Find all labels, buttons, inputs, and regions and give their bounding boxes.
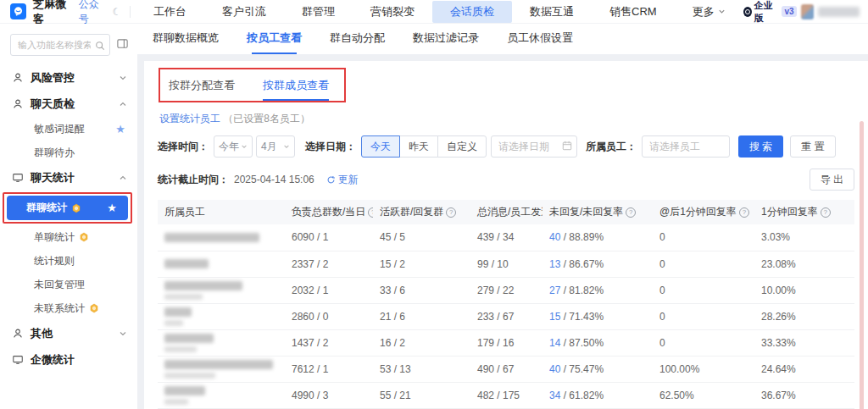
sidebar-group-wecom-stats[interactable]: 企微统计: [0, 346, 137, 373]
total-groups-cell[interactable]: 6090 / 1: [285, 224, 373, 251]
at-reply-rate-cell[interactable]: 100.00%: [653, 356, 754, 382]
total-groups-cell[interactable]: 2337 / 2: [285, 251, 373, 277]
table-row: 7612 / 1 53 / 13 490 / 67 40 / 75.47% 10…: [158, 356, 854, 382]
unreplied-count[interactable]: 40: [549, 231, 560, 243]
nav-item-acquisition[interactable]: 客户引流: [204, 1, 284, 23]
sidebar-group-chat-qc[interactable]: 聊天质检: [0, 91, 137, 117]
tab-filter-log[interactable]: 数据过滤记录: [413, 30, 479, 54]
sidebar-item-unreplied-mgmt[interactable]: 未回复管理: [0, 273, 137, 296]
header-active-groups: 活跃群/回复群?: [373, 200, 470, 224]
active-groups-cell[interactable]: 53 / 13: [373, 356, 470, 382]
date-custom-button[interactable]: 自定义: [437, 135, 487, 158]
nav-item-marketing[interactable]: 营销裂变: [353, 1, 432, 23]
active-groups-cell[interactable]: 55 / 21: [373, 382, 470, 408]
unreplied-count[interactable]: 15: [549, 311, 560, 323]
reset-button[interactable]: 重 置: [790, 135, 835, 158]
at-reply-rate-cell[interactable]: 0: [653, 303, 754, 329]
total-groups-cell[interactable]: 4990 / 3: [285, 382, 373, 408]
sidebar-item-group-todo[interactable]: 群聊待办: [0, 141, 137, 164]
avatar[interactable]: [801, 4, 814, 19]
date-yesterday-button[interactable]: 昨天: [399, 135, 438, 158]
info-icon[interactable]: ?: [368, 207, 373, 218]
sidebar-item-single-stats[interactable]: 单聊统计: [0, 225, 137, 249]
header-at-reply-rate: @后1分钟回复率?: [653, 200, 754, 224]
info-icon[interactable]: ?: [821, 207, 831, 218]
filter-row: 选择时间： 今年 4月 选择日期： 今天 昨天 自定义: [158, 135, 854, 158]
channel-tag[interactable]: 公众号: [79, 0, 106, 26]
export-button[interactable]: 导 出: [810, 169, 854, 191]
subtab-by-group[interactable]: 按群分配查看: [169, 78, 235, 101]
tab-vacation[interactable]: 员工休假设置: [507, 30, 573, 54]
active-groups-cell[interactable]: 16 / 2: [373, 329, 470, 356]
total-groups-cell[interactable]: 1437 / 2: [285, 329, 373, 356]
info-icon[interactable]: ?: [446, 207, 456, 218]
sidebar-item-group-stats[interactable]: 群聊统计 ★: [7, 196, 128, 220]
search-icon[interactable]: [95, 39, 105, 54]
body-row: 风险管控 聊天质检 敏感词提醒 ★ 群聊待办 聊天统计: [0, 24, 868, 409]
at-reply-rate-cell[interactable]: 0: [653, 224, 754, 251]
info-icon[interactable]: ?: [739, 207, 749, 218]
at-reply-rate-cell[interactable]: 0: [653, 251, 754, 277]
scrollbar-thumb[interactable]: [860, 121, 864, 409]
sidebar-item-label: 群聊待办: [34, 146, 75, 160]
sidebar-item-label: 群聊统计: [26, 201, 67, 215]
total-groups-cell[interactable]: 2860 / 0: [285, 303, 373, 329]
calendar-icon[interactable]: [562, 141, 572, 153]
favorite-star-icon[interactable]: ★: [107, 202, 117, 214]
sidebar-item-stats-rules[interactable]: 统计规则: [0, 249, 137, 273]
sidebar-group-label: 其他: [31, 326, 53, 341]
panel-toggle-icon[interactable]: [116, 37, 129, 53]
sidebar-group-risk[interactable]: 风险管控: [0, 64, 137, 91]
sidebar-item-uncontacted-stats[interactable]: 未联系统计: [0, 296, 137, 320]
total-groups-cell[interactable]: 2032 / 1: [285, 277, 373, 303]
sidebar-item-sensitive-words[interactable]: 敏感词提醒 ★: [0, 117, 137, 141]
tab-overview[interactable]: 群聊数据概览: [153, 30, 219, 54]
user-icon: [12, 98, 24, 110]
main-nav: 工作台 客户引流 群管理 营销裂变 会话质检 数据互通 销售CRM 更多: [136, 1, 743, 23]
nav-item-workbench[interactable]: 工作台: [136, 1, 204, 23]
year-select[interactable]: 今年: [214, 135, 253, 158]
main-area: 群聊数据概览 按员工查看 群自动分配 数据过滤记录 员工休假设置 按群分配查看 …: [137, 24, 868, 409]
dark-mode-icon[interactable]: ☾: [112, 6, 121, 18]
favorite-star-icon[interactable]: ★: [115, 123, 125, 135]
total-groups-cell[interactable]: 7612 / 1: [285, 356, 373, 382]
refresh-link[interactable]: 更新: [326, 173, 359, 187]
edition-icon: [743, 7, 752, 17]
tab-by-staff[interactable]: 按员工查看: [247, 30, 302, 54]
at-reply-rate-cell[interactable]: 0: [653, 329, 754, 356]
messages-cell: 233 / 67: [470, 303, 542, 329]
nav-item-more[interactable]: 更多: [675, 1, 743, 23]
info-icon[interactable]: ?: [626, 207, 636, 218]
unreplied-count[interactable]: 40: [549, 363, 560, 375]
month-select[interactable]: 4月: [256, 135, 295, 158]
nav-item-session-qc[interactable]: 会话质检: [432, 1, 512, 23]
at-reply-rate-cell[interactable]: 0: [653, 277, 754, 303]
search-button[interactable]: 搜 索: [738, 135, 783, 158]
unreplied-count[interactable]: 34: [549, 390, 560, 401]
redacted-staff-subtext: [164, 373, 215, 379]
active-groups-cell[interactable]: 15 / 2: [373, 251, 470, 277]
sidebar-group-others[interactable]: 其他: [0, 320, 137, 346]
header-messages: 总消息/员工发送?: [470, 200, 542, 224]
sidebar-group-chat-stats[interactable]: 聊天统计: [0, 164, 137, 191]
at-reply-rate-cell[interactable]: 62.50%: [653, 382, 754, 408]
unreplied-count[interactable]: 13: [549, 258, 560, 270]
unreplied-cell: 27 / 81.82%: [542, 277, 653, 303]
set-staff-link[interactable]: 设置统计员工: [159, 113, 220, 124]
active-groups-cell[interactable]: 33 / 6: [373, 277, 470, 303]
subtab-by-member[interactable]: 按群成员查看: [263, 78, 329, 101]
nav-item-data-link[interactable]: 数据互通: [512, 1, 592, 23]
table-row: 4990 / 3 55 / 21 482 / 175 34 / 61.82% 6…: [158, 382, 854, 408]
active-groups-cell[interactable]: 21 / 6: [373, 303, 470, 329]
stats-table: 所属员工 负责总群数/当日? 活跃群/回复群? 总消息/员工发送? 未回复/未回…: [158, 200, 854, 409]
date-today-button[interactable]: 今天: [361, 135, 400, 158]
unreplied-count[interactable]: 27: [549, 285, 560, 296]
refresh-icon: [326, 175, 336, 185]
unreplied-count[interactable]: 14: [549, 337, 560, 349]
tab-auto-assign[interactable]: 群自动分配: [330, 30, 385, 54]
chevron-down-icon: [718, 8, 726, 15]
staff-select-input[interactable]: [642, 135, 730, 158]
nav-item-sales-crm[interactable]: 销售CRM: [592, 1, 675, 23]
active-groups-cell[interactable]: 45 / 5: [373, 224, 470, 251]
nav-item-group-mgmt[interactable]: 群管理: [284, 1, 353, 23]
